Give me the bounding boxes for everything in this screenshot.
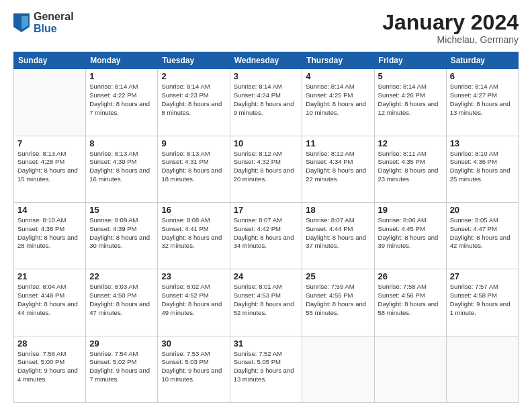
day-info-w1-d0: Sunrise: 8:13 AM Sunset: 4:28 PM Dayligh… — [17, 150, 82, 184]
day-number-w2-d2: 16 — [161, 205, 226, 215]
calendar-cell-w0-d5: 5Sunrise: 8:14 AM Sunset: 4:26 PM Daylig… — [374, 69, 446, 136]
calendar-cell-w4-d5 — [374, 336, 446, 402]
day-number-w3-d3: 24 — [234, 271, 299, 281]
header-sunday: Sunday — [14, 52, 86, 69]
day-number-w1-d1: 8 — [89, 138, 154, 148]
header-monday: Monday — [86, 52, 158, 69]
week-row-2: 14Sunrise: 8:10 AM Sunset: 4:38 PM Dayli… — [14, 202, 519, 269]
day-number-w1-d3: 10 — [234, 138, 299, 148]
day-info-w0-d1: Sunrise: 8:14 AM Sunset: 4:22 PM Dayligh… — [89, 83, 154, 117]
week-row-3: 21Sunrise: 8:04 AM Sunset: 4:48 PM Dayli… — [14, 269, 519, 336]
calendar-cell-w0-d0 — [14, 69, 86, 136]
day-number-w2-d5: 19 — [378, 205, 443, 215]
calendar-cell-w2-d2: 16Sunrise: 8:08 AM Sunset: 4:41 PM Dayli… — [158, 202, 230, 269]
day-info-w3-d4: Sunrise: 7:59 AM Sunset: 4:55 PM Dayligh… — [306, 283, 370, 317]
day-number-w0-d2: 2 — [161, 71, 226, 81]
month-title: January 2024 — [382, 11, 519, 34]
calendar-cell-w3-d6: 27Sunrise: 7:57 AM Sunset: 4:58 PM Dayli… — [446, 269, 518, 336]
day-info-w0-d4: Sunrise: 8:14 AM Sunset: 4:25 PM Dayligh… — [306, 83, 370, 117]
calendar-cell-w4-d4 — [302, 336, 374, 402]
calendar-cell-w0-d1: 1Sunrise: 8:14 AM Sunset: 4:22 PM Daylig… — [86, 69, 158, 136]
page: General Blue January 2024 Michelau, Germ… — [0, 0, 532, 411]
calendar-cell-w1-d6: 13Sunrise: 8:10 AM Sunset: 4:36 PM Dayli… — [446, 136, 518, 202]
day-info-w2-d0: Sunrise: 8:10 AM Sunset: 4:38 PM Dayligh… — [17, 216, 82, 250]
day-number-w0-d3: 3 — [234, 71, 299, 81]
week-row-1: 7Sunrise: 8:13 AM Sunset: 4:28 PM Daylig… — [14, 136, 519, 202]
day-info-w2-d3: Sunrise: 8:07 AM Sunset: 4:42 PM Dayligh… — [234, 216, 299, 250]
weekday-header-row: Sunday Monday Tuesday Wednesday Thursday… — [14, 52, 519, 69]
calendar-cell-w0-d2: 2Sunrise: 8:14 AM Sunset: 4:23 PM Daylig… — [158, 69, 230, 136]
day-info-w3-d5: Sunrise: 7:58 AM Sunset: 4:56 PM Dayligh… — [378, 283, 443, 317]
calendar-cell-w1-d3: 10Sunrise: 8:12 AM Sunset: 4:32 PM Dayli… — [230, 136, 302, 202]
day-info-w0-d3: Sunrise: 8:14 AM Sunset: 4:24 PM Dayligh… — [234, 83, 299, 117]
calendar-cell-w2-d0: 14Sunrise: 8:10 AM Sunset: 4:38 PM Dayli… — [14, 202, 86, 269]
day-number-w0-d6: 6 — [450, 71, 515, 81]
day-number-w3-d1: 22 — [89, 271, 154, 281]
calendar-cell-w3-d3: 24Sunrise: 8:01 AM Sunset: 4:53 PM Dayli… — [230, 269, 302, 336]
day-info-w4-d0: Sunrise: 7:56 AM Sunset: 5:00 PM Dayligh… — [17, 350, 82, 384]
calendar-cell-w1-d1: 8Sunrise: 8:13 AM Sunset: 4:30 PM Daylig… — [86, 136, 158, 202]
header-wednesday: Wednesday — [230, 52, 302, 69]
calendar-cell-w3-d4: 25Sunrise: 7:59 AM Sunset: 4:55 PM Dayli… — [302, 269, 374, 336]
calendar-cell-w1-d4: 11Sunrise: 8:12 AM Sunset: 4:34 PM Dayli… — [302, 136, 374, 202]
day-info-w3-d3: Sunrise: 8:01 AM Sunset: 4:53 PM Dayligh… — [234, 283, 299, 317]
day-number-w1-d4: 11 — [306, 138, 370, 148]
day-number-w3-d0: 21 — [17, 271, 82, 281]
calendar-cell-w0-d6: 6Sunrise: 8:14 AM Sunset: 4:27 PM Daylig… — [446, 69, 518, 136]
day-number-w4-d3: 31 — [234, 338, 299, 349]
calendar-cell-w2-d3: 17Sunrise: 8:07 AM Sunset: 4:42 PM Dayli… — [230, 202, 302, 269]
calendar-cell-w2-d6: 20Sunrise: 8:05 AM Sunset: 4:47 PM Dayli… — [446, 202, 518, 269]
week-row-4: 28Sunrise: 7:56 AM Sunset: 5:00 PM Dayli… — [14, 336, 519, 402]
day-info-w4-d1: Sunrise: 7:54 AM Sunset: 5:02 PM Dayligh… — [89, 350, 154, 384]
day-number-w2-d0: 14 — [17, 205, 82, 215]
day-info-w1-d3: Sunrise: 8:12 AM Sunset: 4:32 PM Dayligh… — [234, 150, 299, 184]
day-number-w4-d1: 29 — [89, 338, 154, 349]
day-number-w2-d4: 18 — [306, 205, 370, 215]
day-info-w1-d1: Sunrise: 8:13 AM Sunset: 4:30 PM Dayligh… — [89, 150, 154, 184]
day-number-w0-d1: 1 — [89, 71, 154, 81]
day-info-w1-d4: Sunrise: 8:12 AM Sunset: 4:34 PM Dayligh… — [306, 150, 370, 184]
calendar-cell-w3-d0: 21Sunrise: 8:04 AM Sunset: 4:48 PM Dayli… — [14, 269, 86, 336]
day-number-w0-d5: 5 — [378, 71, 443, 81]
day-info-w0-d2: Sunrise: 8:14 AM Sunset: 4:23 PM Dayligh… — [161, 83, 226, 117]
day-info-w2-d2: Sunrise: 8:08 AM Sunset: 4:41 PM Dayligh… — [161, 216, 226, 250]
calendar-cell-w2-d4: 18Sunrise: 8:07 AM Sunset: 4:44 PM Dayli… — [302, 202, 374, 269]
logo-general-text: General — [34, 11, 74, 23]
calendar-cell-w4-d6 — [446, 336, 518, 402]
day-number-w3-d4: 25 — [306, 271, 370, 281]
calendar-cell-w4-d0: 28Sunrise: 7:56 AM Sunset: 5:00 PM Dayli… — [14, 336, 86, 402]
day-info-w2-d6: Sunrise: 8:05 AM Sunset: 4:47 PM Dayligh… — [450, 216, 515, 250]
header-saturday: Saturday — [446, 52, 518, 69]
calendar-cell-w4-d3: 31Sunrise: 7:52 AM Sunset: 5:05 PM Dayli… — [230, 336, 302, 402]
logo-blue-text: Blue — [34, 23, 74, 35]
day-number-w1-d5: 12 — [378, 138, 443, 148]
logo-icon — [13, 13, 30, 32]
header-thursday: Thursday — [302, 52, 374, 69]
calendar-cell-w0-d4: 4Sunrise: 8:14 AM Sunset: 4:25 PM Daylig… — [302, 69, 374, 136]
week-row-0: 1Sunrise: 8:14 AM Sunset: 4:22 PM Daylig… — [14, 69, 519, 136]
day-info-w0-d6: Sunrise: 8:14 AM Sunset: 4:27 PM Dayligh… — [450, 83, 515, 117]
logo-text: General Blue — [34, 11, 74, 34]
day-number-w1-d6: 13 — [450, 138, 515, 148]
title-block: January 2024 Michelau, Germany — [382, 11, 519, 45]
day-info-w3-d1: Sunrise: 8:03 AM Sunset: 4:50 PM Dayligh… — [89, 283, 154, 317]
day-number-w2-d1: 15 — [89, 205, 154, 215]
day-number-w4-d2: 30 — [161, 338, 226, 349]
calendar-cell-w0-d3: 3Sunrise: 8:14 AM Sunset: 4:24 PM Daylig… — [230, 69, 302, 136]
day-number-w0-d4: 4 — [306, 71, 370, 81]
day-info-w1-d6: Sunrise: 8:10 AM Sunset: 4:36 PM Dayligh… — [450, 150, 515, 184]
day-info-w0-d5: Sunrise: 8:14 AM Sunset: 4:26 PM Dayligh… — [378, 83, 443, 117]
day-number-w2-d6: 20 — [450, 205, 515, 215]
day-number-w3-d6: 27 — [450, 271, 515, 281]
calendar-cell-w2-d1: 15Sunrise: 8:09 AM Sunset: 4:39 PM Dayli… — [86, 202, 158, 269]
calendar: Sunday Monday Tuesday Wednesday Thursday… — [13, 52, 519, 403]
location: Michelau, Germany — [382, 34, 519, 45]
calendar-cell-w4-d1: 29Sunrise: 7:54 AM Sunset: 5:02 PM Dayli… — [86, 336, 158, 402]
header: General Blue January 2024 Michelau, Germ… — [13, 11, 519, 45]
day-number-w3-d2: 23 — [161, 271, 226, 281]
calendar-cell-w2-d5: 19Sunrise: 8:06 AM Sunset: 4:45 PM Dayli… — [374, 202, 446, 269]
day-info-w1-d5: Sunrise: 8:11 AM Sunset: 4:35 PM Dayligh… — [378, 150, 443, 184]
day-info-w2-d5: Sunrise: 8:06 AM Sunset: 4:45 PM Dayligh… — [378, 216, 443, 250]
day-info-w3-d2: Sunrise: 8:02 AM Sunset: 4:52 PM Dayligh… — [161, 283, 226, 317]
day-number-w3-d5: 26 — [378, 271, 443, 281]
